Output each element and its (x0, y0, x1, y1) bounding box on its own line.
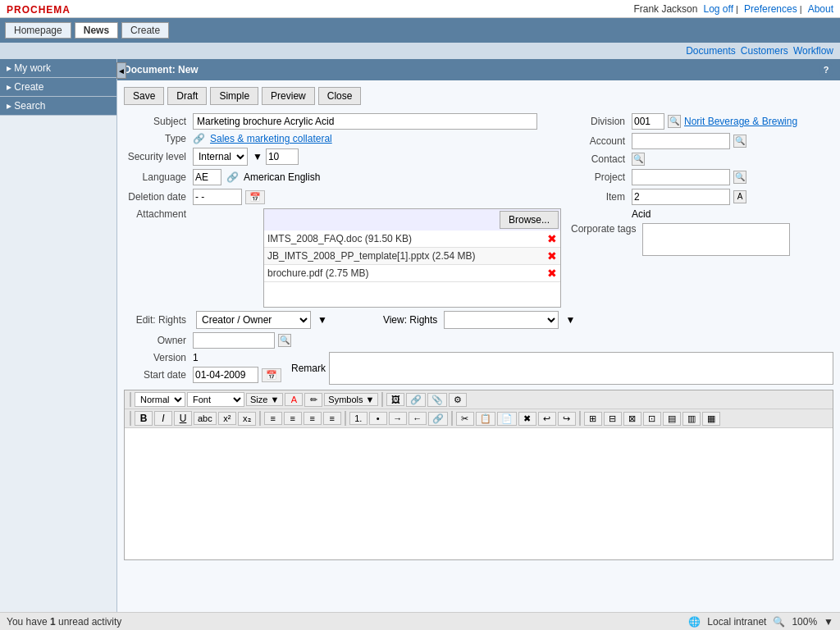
division-search-icon[interactable]: 🔍 (668, 115, 681, 128)
item-search-icon[interactable]: A (733, 190, 746, 203)
subnav-documents[interactable]: Documents (686, 45, 736, 57)
account-row: Account 🔍 (571, 133, 833, 149)
style-select[interactable]: Normal (135, 392, 185, 407)
version-row: Version 1 (124, 352, 281, 363)
corp-tags-label: Corporate tags (571, 223, 639, 235)
underline-btn[interactable]: U (174, 411, 192, 426)
table-btn3[interactable]: ⊠ (623, 412, 641, 426)
deletion-calendar-btn[interactable]: 📅 (245, 190, 265, 204)
outdent-btn[interactable]: ← (409, 412, 427, 425)
indent-btn[interactable]: → (389, 412, 407, 425)
startdate-label: Start date (124, 369, 189, 381)
account-search-icon[interactable]: 🔍 (733, 135, 746, 148)
unread-count: 1 (50, 616, 56, 628)
nav-homepage[interactable]: Homepage (5, 22, 71, 39)
logoff-link[interactable]: Log off (703, 3, 733, 15)
language-code-input[interactable] (193, 169, 221, 185)
delete-btn[interactable]: ✖ (518, 412, 536, 426)
highlight-btn[interactable]: ✏ (304, 393, 322, 407)
symbols-btn[interactable]: Symbols ▼ (324, 393, 378, 406)
align-right-btn[interactable]: ≡ (304, 412, 322, 425)
copy-btn[interactable]: 📋 (476, 412, 495, 426)
save-button[interactable]: Save (124, 87, 164, 105)
size-btn[interactable]: Size ▼ (246, 393, 283, 406)
table-btn5[interactable]: ▤ (663, 412, 681, 426)
italic-btn[interactable]: I (154, 411, 172, 426)
strikethrough-btn[interactable]: abc (194, 412, 217, 425)
version-value: 1 (193, 352, 199, 363)
remark-input[interactable] (329, 352, 833, 385)
item-input[interactable] (632, 189, 730, 205)
attach-delete-0[interactable]: ✖ (547, 232, 557, 245)
zoom-dropdown[interactable]: ▼ (824, 616, 833, 628)
corp-tags-area[interactable] (642, 223, 790, 256)
nav-news[interactable]: News (75, 22, 118, 39)
editor-body[interactable] (125, 428, 833, 559)
preview-button[interactable]: Preview (262, 87, 315, 105)
table-btn7[interactable]: ▦ (702, 412, 720, 426)
insert-image-btn[interactable]: 🖼 (386, 393, 404, 406)
preferences-link[interactable]: Preferences (744, 3, 797, 15)
view-rights-select[interactable] (444, 311, 559, 329)
about-link[interactable]: About (808, 3, 833, 15)
table-btn2[interactable]: ⊟ (604, 412, 622, 426)
justify-btn[interactable]: ≡ (323, 412, 341, 425)
zoom-icon: 🔍 (773, 616, 785, 628)
attach-delete-1[interactable]: ✖ (547, 249, 557, 262)
startdate-calendar-btn[interactable]: 📅 (262, 368, 281, 382)
account-input[interactable] (632, 133, 730, 149)
insert-link-btn[interactable]: 🔗 (406, 393, 426, 407)
attach-delete-2[interactable]: ✖ (547, 267, 557, 280)
cut-btn[interactable]: ✂ (456, 412, 474, 426)
bold-btn[interactable]: B (135, 411, 153, 426)
project-search-icon[interactable]: 🔍 (733, 171, 746, 184)
startdate-input[interactable] (193, 367, 258, 383)
table-btn4[interactable]: ⊡ (643, 412, 661, 426)
nav-create[interactable]: Create (121, 22, 169, 39)
attachment-row-0: IMTS_2008_FAQ.doc (91.50 KB) ✖ (264, 231, 560, 248)
paste-btn[interactable]: 📄 (497, 412, 517, 426)
sidebar-create-header[interactable]: ▸ Create (0, 78, 116, 96)
project-input[interactable] (632, 169, 730, 185)
link-btn[interactable]: 🔗 (428, 412, 448, 426)
security-number-input[interactable] (266, 148, 299, 165)
table-btn6[interactable]: ▥ (682, 412, 701, 426)
ul-btn[interactable]: • (369, 412, 387, 425)
edit-rights-select[interactable]: Creator / Owner (196, 311, 311, 329)
deletion-input[interactable] (193, 189, 242, 205)
align-left-btn[interactable]: ≡ (264, 412, 282, 425)
view-rights-label: View: Rights (383, 314, 437, 326)
ol-btn[interactable]: 1. (349, 412, 368, 425)
font-select[interactable]: Font (187, 392, 244, 407)
subject-input[interactable] (193, 113, 537, 130)
attach-empty-space (264, 282, 560, 307)
subnav-workflow[interactable]: Workflow (793, 45, 833, 57)
owner-input[interactable] (193, 332, 275, 349)
attachment-list: Browse... IMTS_2008_FAQ.doc (91.50 KB) ✖… (263, 208, 561, 308)
type-value[interactable]: Sales & marketing collateral (210, 133, 332, 144)
help-icon[interactable]: ? (819, 62, 833, 77)
security-select[interactable]: Internal (193, 148, 248, 166)
close-button[interactable]: Close (318, 87, 362, 105)
zone-text: Local intranet (707, 616, 766, 628)
simple-button[interactable]: Simple (210, 87, 258, 105)
ed-btn-4[interactable]: ⚙ (449, 393, 467, 407)
font-color-btn[interactable]: A (285, 393, 303, 406)
draft-button[interactable]: Draft (167, 87, 207, 105)
align-center-btn[interactable]: ≡ (284, 412, 302, 425)
sidebar-mywork-header[interactable]: ▸ My work (0, 59, 116, 77)
contact-search-icon[interactable]: 🔍 (632, 153, 645, 166)
division-input[interactable] (632, 113, 664, 130)
owner-search-icon[interactable]: 🔍 (278, 334, 291, 347)
browse-button[interactable]: Browse... (500, 211, 559, 229)
sidebar-toggle[interactable]: ◄ (116, 62, 126, 79)
redo-btn[interactable]: ↪ (558, 412, 576, 426)
ed-btn-3[interactable]: 📎 (427, 393, 447, 407)
subnav-customers[interactable]: Customers (741, 45, 788, 57)
subscript-btn[interactable]: x₂ (238, 412, 256, 426)
superscript-btn[interactable]: x² (218, 412, 236, 425)
table-btn[interactable]: ⊞ (584, 412, 602, 426)
sidebar-search-header[interactable]: ▸ Search (0, 97, 116, 115)
undo-btn[interactable]: ↩ (538, 412, 556, 426)
division-name[interactable]: Norit Beverage & Brewing (684, 116, 797, 127)
